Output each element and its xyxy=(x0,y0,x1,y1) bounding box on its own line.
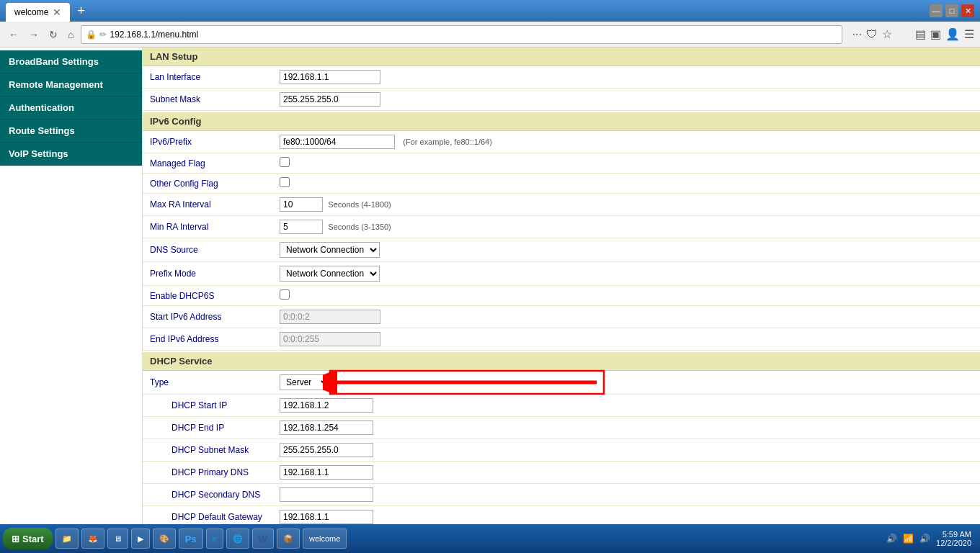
dhcp-start-ip-label: DHCP Start IP xyxy=(143,395,272,417)
sidebar-item-broadband[interactable]: BroadBand Settings xyxy=(0,50,142,73)
ipv6-prefix-hint: (For example, fe80::1/64) xyxy=(403,138,492,146)
max-ra-unit: Seconds (4-1800) xyxy=(328,200,391,209)
sidebar-item-voip[interactable]: VoIP Settings xyxy=(0,143,142,166)
table-row: DHCP End IP xyxy=(143,417,980,439)
dns-source-value: Network Connection Manual xyxy=(272,238,980,262)
dhcp-subnet-mask-input[interactable] xyxy=(280,443,373,457)
dhcp-type-label: Type xyxy=(143,371,272,395)
bookmark-icon[interactable]: ☆ xyxy=(882,27,892,41)
subnet-mask-input[interactable] xyxy=(280,92,380,107)
managed-flag-label: Managed Flag xyxy=(143,153,272,174)
toolbar-right: ··· 🛡 ☆ ▤ ▣ 👤 ☰ xyxy=(852,27,974,41)
close-button[interactable]: ✕ xyxy=(961,4,974,17)
end-ipv6-label: End IPv6 Address xyxy=(143,328,272,351)
min-ra-input[interactable] xyxy=(280,220,323,234)
taskbar-app-misc[interactable]: 📦 xyxy=(277,529,300,549)
new-tab-button[interactable]: + xyxy=(77,4,85,19)
dhcp-secondary-dns-input[interactable] xyxy=(280,487,373,502)
photos-icon: 🎨 xyxy=(159,534,169,544)
start-button[interactable]: ⊞ Start xyxy=(3,528,53,549)
browser-tab[interactable]: welcome ✕ xyxy=(6,3,70,22)
shield-icon[interactable]: 🛡 xyxy=(866,28,878,41)
managed-flag-checkbox[interactable] xyxy=(280,157,290,167)
maximize-button[interactable]: □ xyxy=(945,4,958,17)
table-row: Prefix Mode Network Connection Manual xyxy=(143,262,980,286)
lan-setup-header: LAN Setup xyxy=(143,48,980,66)
taskbar-app-firefox[interactable]: 🦊 xyxy=(81,529,104,549)
taskbar-app-network[interactable]: 🖥 xyxy=(107,529,128,549)
taskbar-app-media[interactable]: ▶ xyxy=(131,529,150,549)
subnet-mask-value xyxy=(272,89,980,111)
tab-close-button[interactable]: ✕ xyxy=(53,6,61,18)
end-ipv6-input[interactable] xyxy=(280,332,380,346)
library-icon[interactable]: ▤ xyxy=(915,27,926,41)
dhcp-subnet-mask-label: DHCP Subnet Mask xyxy=(143,439,272,462)
account-icon[interactable]: 👤 xyxy=(945,27,960,41)
table-row: DNS Source Network Connection Manual xyxy=(143,238,980,262)
network-icon: 🖥 xyxy=(114,534,122,543)
taskbar-app-files[interactable]: 📁 xyxy=(55,529,79,549)
forward-button[interactable]: → xyxy=(26,27,42,42)
taskbar-app-ps[interactable]: Ps xyxy=(179,529,203,549)
security-icon: 🔒 xyxy=(86,30,97,40)
dhcp-end-ip-input[interactable] xyxy=(280,421,373,435)
dhcp-end-ip-value xyxy=(272,417,980,439)
dhcp-default-gw-input[interactable] xyxy=(280,510,373,524)
dns-source-select[interactable]: Network Connection Manual xyxy=(280,242,380,258)
dhcp-default-gw-value xyxy=(272,506,980,525)
back-button[interactable]: ← xyxy=(6,27,22,42)
windows-icon: ⊞ xyxy=(12,534,19,544)
dhcp-type-value: Server Client Disable xyxy=(272,371,980,395)
managed-flag-value xyxy=(272,153,980,174)
reload-button[interactable]: ↻ xyxy=(46,27,61,42)
minimize-button[interactable]: — xyxy=(930,4,943,17)
table-row: Min RA Interval Seconds (3-1350) xyxy=(143,216,980,238)
sidebar-item-auth[interactable]: Authentication xyxy=(0,96,142,120)
end-ipv6-value xyxy=(272,328,980,351)
chrome-icon: 🌐 xyxy=(233,534,243,544)
prefix-mode-label: Prefix Mode xyxy=(143,262,272,286)
more-options-icon[interactable]: ··· xyxy=(852,28,862,41)
taskbar-active-welcome[interactable]: welcome xyxy=(303,529,347,549)
ipv6-prefix-input[interactable] xyxy=(280,135,395,149)
dhcp-primary-dns-value xyxy=(272,462,980,484)
taskbar-app-chrome[interactable]: 🌐 xyxy=(226,529,249,549)
sidebar-item-route[interactable]: Route Settings xyxy=(0,120,142,143)
start-ipv6-input[interactable] xyxy=(280,310,380,324)
dhcp-type-row: Type Server Client Disable xyxy=(143,371,980,395)
taskbar-app-word[interactable]: W xyxy=(252,529,274,549)
home-button[interactable]: ⌂ xyxy=(65,27,76,42)
table-row: DHCP Secondary DNS xyxy=(143,484,980,506)
dhcp-default-gw-label: DHCP Default Gateway xyxy=(143,506,272,525)
taskbar-app-ie[interactable]: e xyxy=(206,529,223,549)
menu-icon[interactable]: ☰ xyxy=(964,27,974,41)
min-ra-label: Min RA Interval xyxy=(143,216,272,238)
dhcp-secondary-dns-label: DHCP Secondary DNS xyxy=(143,484,272,506)
dhcp-start-ip-input[interactable] xyxy=(280,398,373,413)
other-config-flag-checkbox[interactable] xyxy=(280,177,290,187)
max-ra-label: Max RA Interval xyxy=(143,194,272,216)
sidebar-item-remote[interactable]: Remote Management xyxy=(0,73,142,96)
content-area[interactable]: LAN Setup Lan Interface Subnet Mask IPv6… xyxy=(143,48,980,524)
min-ra-value: Seconds (3-1350) xyxy=(272,216,980,238)
table-row: IPv6/Prefix (For example, fe80::1/64) xyxy=(143,131,980,153)
clock-date: 12/2/2020 xyxy=(936,539,971,547)
dhcp-primary-dns-label: DHCP Primary DNS xyxy=(143,462,272,484)
enable-dhcp6s-checkbox[interactable] xyxy=(280,289,290,300)
container-icon[interactable]: ▣ xyxy=(930,27,941,41)
dhcp-primary-dns-input[interactable] xyxy=(280,465,373,480)
clock-time: 5:59 AM xyxy=(936,530,971,539)
lan-interface-value xyxy=(272,66,980,89)
taskbar-app-photos[interactable]: 🎨 xyxy=(153,529,176,549)
address-bar[interactable] xyxy=(110,30,837,40)
misc-icon: 📦 xyxy=(283,534,293,544)
prefix-mode-select[interactable]: Network Connection Manual xyxy=(280,266,380,282)
enable-dhcp6s-value xyxy=(272,286,980,306)
lan-interface-label: Lan Interface xyxy=(143,66,272,89)
clock: 5:59 AM 12/2/2020 xyxy=(936,530,971,547)
other-config-flag-label: Other Config Flag xyxy=(143,174,272,194)
max-ra-input[interactable] xyxy=(280,197,323,212)
lan-interface-input[interactable] xyxy=(280,70,380,84)
prefix-mode-value: Network Connection Manual xyxy=(272,262,980,286)
subnet-mask-label: Subnet Mask xyxy=(143,89,272,111)
